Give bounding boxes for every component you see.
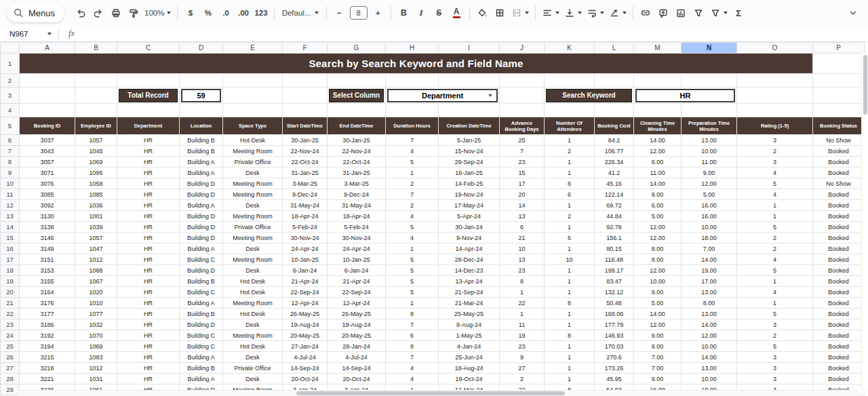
cell[interactable]: 7 <box>386 352 439 363</box>
cell[interactable]: 5.00 <box>682 189 737 200</box>
cell[interactable]: 1095 <box>75 167 117 178</box>
cell[interactable]: 10.00 <box>682 374 737 384</box>
cell[interactable]: HR <box>117 298 180 309</box>
cell[interactable]: 27-Jan-24 <box>283 341 328 352</box>
cell[interactable]: 6.00 <box>634 200 682 211</box>
cell[interactable]: 21-Mar-24 <box>439 298 500 309</box>
column-header-k[interactable]: K <box>545 43 595 54</box>
cell[interactable]: 15 <box>500 167 545 178</box>
row-header-10[interactable]: 10 <box>1 178 20 189</box>
cell[interactable]: 31-Jan-25 <box>283 167 328 178</box>
cell[interactable]: Booked <box>813 287 865 298</box>
cell[interactable]: 10 <box>545 254 595 265</box>
cell[interactable]: 3092 <box>20 200 75 211</box>
cell[interactable] <box>500 87 545 104</box>
cell[interactable]: HR <box>117 178 180 189</box>
cell[interactable]: 30-Nov-24 <box>328 233 386 243</box>
cell[interactable]: 13.00 <box>682 363 737 374</box>
cell[interactable]: 4 <box>737 167 813 178</box>
cell[interactable]: Building D <box>180 222 223 233</box>
cell[interactable]: Private Office <box>223 157 283 167</box>
cell[interactable]: 14.00 <box>634 178 682 189</box>
cell[interactable] <box>283 74 328 87</box>
row-header-26[interactable]: 26 <box>1 352 20 363</box>
cell[interactable] <box>283 104 328 117</box>
cell[interactable]: 1 <box>737 200 813 211</box>
cell[interactable]: 21 <box>500 233 545 243</box>
cell[interactable]: 31-May-24 <box>283 200 328 211</box>
cell[interactable]: Hot Desk <box>223 309 283 319</box>
cell[interactable]: 22-Sep-24 <box>283 287 328 298</box>
cell[interactable]: 15-Nov-24 <box>439 146 500 157</box>
row-header-27[interactable]: 27 <box>1 363 20 374</box>
cell[interactable]: 9.00 <box>634 330 682 341</box>
cell[interactable]: 13.00 <box>682 135 737 146</box>
cell[interactable]: 10.00 <box>682 341 737 352</box>
cell[interactable]: Desk <box>223 265 283 276</box>
cell[interactable]: 16.00 <box>682 200 737 211</box>
row-header-4[interactable]: 4 <box>1 104 20 117</box>
cell[interactable]: 4 <box>386 374 439 384</box>
column-header-a[interactable]: A <box>20 43 75 54</box>
cell[interactable]: 4 <box>386 363 439 374</box>
cell[interactable]: Booked <box>813 374 865 384</box>
cell[interactable]: Desk <box>223 200 283 211</box>
cell[interactable]: 2 <box>545 211 595 222</box>
menus-search[interactable]: Menus <box>7 4 64 22</box>
row-header-7[interactable]: 7 <box>1 146 20 157</box>
column-header-j[interactable]: J <box>500 43 545 54</box>
select-column-dropdown[interactable]: Department <box>387 89 498 102</box>
print-button[interactable] <box>107 4 124 22</box>
cell[interactable]: 1 <box>545 243 595 254</box>
cell[interactable]: 1057 <box>75 135 117 146</box>
cell[interactable]: Meeting Room <box>223 233 283 243</box>
column-header-f[interactable]: F <box>283 43 328 54</box>
column-header-p[interactable]: P <box>813 43 865 54</box>
cell[interactable]: 4-Jan-24 <box>439 341 500 352</box>
cell[interactable] <box>386 74 439 87</box>
cell[interactable]: Meeting Room <box>223 178 283 189</box>
cell[interactable]: 13.00 <box>682 287 737 298</box>
filter-views-button[interactable] <box>708 4 730 22</box>
cell[interactable]: 2 <box>737 233 813 243</box>
cell[interactable]: 6-Jan-24 <box>283 265 328 276</box>
cell[interactable]: Booked <box>813 298 865 309</box>
cell[interactable]: 1012 <box>75 363 117 374</box>
cell[interactable]: 16.00 <box>682 211 737 222</box>
cell[interactable]: 5 <box>386 254 439 265</box>
cell[interactable]: 14.00 <box>682 352 737 363</box>
cell[interactable]: 1045 <box>75 146 117 157</box>
cell[interactable]: Building A <box>180 243 223 254</box>
cell[interactable]: Booked <box>813 222 865 233</box>
cell[interactable]: 44.84 <box>595 211 634 222</box>
cell[interactable]: HR <box>117 157 180 167</box>
cell[interactable]: 19-Aug-24 <box>283 319 328 330</box>
borders-button[interactable] <box>492 4 509 22</box>
cell[interactable]: 7 <box>386 135 439 146</box>
cell[interactable]: 84.2 <box>595 135 634 146</box>
cell[interactable]: 27 <box>500 363 545 374</box>
cell[interactable]: 146.93 <box>595 330 634 341</box>
cell[interactable]: 6 <box>386 330 439 341</box>
row-header-6[interactable]: 6 <box>1 135 20 146</box>
row-header-21[interactable]: 21 <box>1 298 20 309</box>
cell[interactable] <box>328 104 386 117</box>
cell[interactable]: Booked <box>813 167 865 178</box>
cell[interactable]: 12.00 <box>634 146 682 157</box>
cell[interactable] <box>223 74 283 87</box>
cell[interactable]: 6 <box>545 178 595 189</box>
decrease-font-size-button[interactable]: − <box>331 4 348 22</box>
cell[interactable]: HR <box>117 309 180 319</box>
cell[interactable]: Desk <box>223 374 283 384</box>
cell[interactable]: Building B <box>180 363 223 374</box>
cell[interactable]: 8.00 <box>634 341 682 352</box>
cell[interactable]: 1070 <box>75 330 117 341</box>
cell[interactable]: 3149 <box>20 243 75 254</box>
paint-format-button[interactable] <box>125 4 142 22</box>
cell[interactable]: 12.00 <box>682 178 737 189</box>
search-keyword-value[interactable]: HR <box>635 89 735 102</box>
column-header-m[interactable]: M <box>634 43 682 54</box>
cell[interactable]: 23 <box>500 341 545 352</box>
cell[interactable]: 12.00 <box>634 319 682 330</box>
cell[interactable]: 9.00 <box>682 167 737 178</box>
